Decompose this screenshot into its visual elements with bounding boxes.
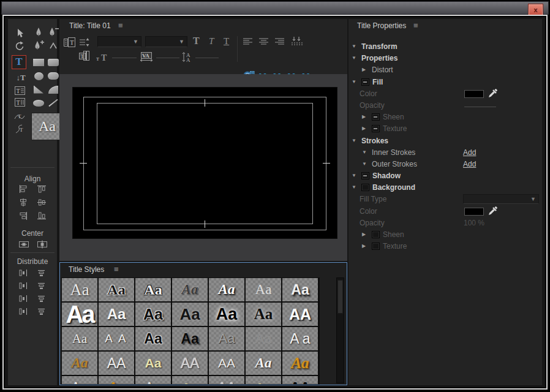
chevron-down-icon[interactable]: ▼	[352, 55, 356, 61]
align-text-left-icon[interactable]	[243, 37, 253, 45]
vertical-area-type-tool[interactable]: T	[12, 96, 28, 108]
property-label[interactable]: Color	[360, 89, 377, 98]
styles-scrollbar[interactable]	[336, 277, 344, 383]
new-title-icon[interactable]: T	[64, 37, 75, 48]
style-swatch[interactable]: Aa	[62, 376, 97, 385]
chevron-right-icon[interactable]: ▶	[362, 232, 366, 237]
property-label[interactable]: Fill	[372, 78, 383, 86]
style-swatch[interactable]: Aa	[135, 352, 171, 375]
chevron-right-icon[interactable]: ▶	[362, 67, 366, 72]
fill-type-select[interactable]: ▼	[463, 194, 539, 204]
style-swatch[interactable]: Aa	[172, 278, 208, 301]
property-label[interactable]: Texture	[383, 242, 407, 251]
chevron-right-icon[interactable]: ▶	[362, 126, 366, 131]
style-swatch[interactable]: Aa	[246, 303, 281, 326]
style-swatch[interactable]: Aa	[209, 327, 244, 350]
rectangle-tool[interactable]	[31, 57, 46, 68]
color-swatch[interactable]	[464, 208, 484, 216]
align-vertical-center-icon[interactable]	[36, 198, 48, 208]
leading-icon[interactable]: AA	[182, 51, 193, 62]
type-tool[interactable]: T	[11, 56, 27, 68]
property-label[interactable]: Sheen	[383, 230, 404, 239]
vertical-path-type-tool[interactable]: T	[12, 123, 28, 135]
style-swatch[interactable]: AA	[209, 352, 244, 375]
align-horizontal-center-icon[interactable]	[18, 198, 30, 208]
ellipse-tool[interactable]	[31, 97, 46, 108]
property-label[interactable]: Sheen	[383, 113, 404, 121]
center-vertical-icon[interactable]	[36, 239, 48, 249]
distribute-horizontal-right-icon[interactable]	[18, 294, 30, 304]
style-swatch[interactable]: Aa	[135, 376, 171, 385]
style-swatch[interactable]: A a	[282, 327, 318, 350]
distribute-vertical-bottom-icon[interactable]	[36, 294, 48, 304]
style-preview-swatch[interactable]: Aa	[31, 113, 63, 140]
opacity-value[interactable]: 100 %	[464, 219, 484, 227]
font-size-value[interactable]	[112, 58, 137, 58]
enable-checkbox[interactable]	[361, 78, 369, 86]
property-label[interactable]: Shadow	[372, 172, 401, 180]
font-style-select[interactable]: ▼	[145, 36, 187, 47]
roll-crawl-options-icon[interactable]	[79, 37, 91, 48]
property-label[interactable]: Opacity	[360, 219, 385, 227]
enable-checkbox[interactable]	[372, 243, 380, 250]
enable-checkbox[interactable]	[372, 231, 380, 238]
style-swatch[interactable]: Aa	[172, 327, 208, 350]
distribute-horizontal-left-icon[interactable]	[18, 268, 30, 278]
line-tool[interactable]	[46, 97, 61, 108]
style-swatch[interactable]: AA	[172, 352, 208, 375]
clipped-corner-rectangle-tool[interactable]	[31, 70, 46, 81]
chevron-right-icon[interactable]: ▶	[362, 114, 366, 119]
style-swatch[interactable]: Aa	[62, 327, 97, 350]
styles-scrollbar-thumb[interactable]	[337, 280, 343, 314]
align-vertical-top-icon[interactable]	[36, 184, 48, 194]
style-swatch[interactable]: Aa	[246, 278, 281, 301]
style-swatch[interactable]: AA	[282, 303, 318, 326]
align-text-right-icon[interactable]	[275, 37, 285, 45]
eyedropper-icon[interactable]	[488, 89, 497, 100]
style-swatch[interactable]: Aa	[172, 303, 208, 326]
video-monitor[interactable]	[72, 87, 337, 239]
property-label[interactable]: Fill Type	[360, 195, 386, 203]
rotation-tool[interactable]	[12, 40, 28, 52]
add-stroke-link[interactable]: Add	[463, 148, 476, 157]
align-text-center-icon[interactable]	[259, 37, 269, 45]
underline-button[interactable]: T	[224, 36, 229, 47]
chevron-right-icon[interactable]: ▶	[362, 243, 366, 249]
rounded-corner-rectangle-tool[interactable]	[46, 57, 61, 68]
align-vertical-bottom-icon[interactable]	[36, 211, 48, 221]
properties-panel-menu-icon[interactable]: ≡	[413, 21, 418, 30]
title-panel-menu-icon[interactable]: ≡	[118, 21, 123, 30]
convert-anchor-point-tool[interactable]	[46, 40, 61, 51]
bold-button[interactable]: T	[193, 36, 200, 47]
property-label[interactable]: Color	[360, 207, 377, 216]
chevron-down-icon[interactable]: ▼	[352, 138, 356, 143]
enable-checkbox[interactable]	[372, 125, 380, 132]
style-swatch[interactable]: Aa	[135, 278, 171, 301]
property-label[interactable]: Properties	[361, 54, 397, 62]
add-anchor-point-tool[interactable]	[31, 40, 46, 51]
selection-tool[interactable]	[12, 27, 28, 39]
kerning-icon[interactable]: VA	[140, 52, 153, 62]
style-swatch[interactable]: Aa	[209, 278, 244, 301]
tab-stops-icon[interactable]	[291, 36, 303, 46]
property-label[interactable]: Background	[372, 183, 415, 192]
chevron-down-icon[interactable]: ▼	[352, 184, 356, 190]
style-swatch[interactable]: Aa	[99, 376, 134, 385]
title-canvas[interactable]	[59, 74, 347, 261]
distribute-vertical-even-icon[interactable]	[36, 307, 48, 317]
font-family-select[interactable]: ▼	[97, 36, 141, 47]
eyedropper-icon[interactable]	[488, 206, 497, 217]
templates-icon[interactable]: T	[79, 51, 91, 61]
path-type-tool[interactable]: T	[12, 110, 28, 123]
align-horizontal-left-icon[interactable]	[18, 184, 30, 194]
round-rectangle-tool[interactable]	[46, 70, 61, 81]
style-swatch[interactable]: Aa	[246, 327, 281, 350]
add-stroke-link[interactable]: Add	[463, 160, 476, 168]
kerning-value[interactable]	[156, 58, 179, 58]
opacity-hot-text[interactable]	[464, 107, 496, 107]
style-swatch[interactable]: Aa	[246, 376, 281, 385]
center-horizontal-icon[interactable]	[18, 239, 30, 249]
chevron-down-icon[interactable]: ▼	[352, 43, 356, 49]
property-label[interactable]: Distort	[372, 66, 393, 74]
vertical-type-tool[interactable]: ↓T	[13, 72, 29, 84]
